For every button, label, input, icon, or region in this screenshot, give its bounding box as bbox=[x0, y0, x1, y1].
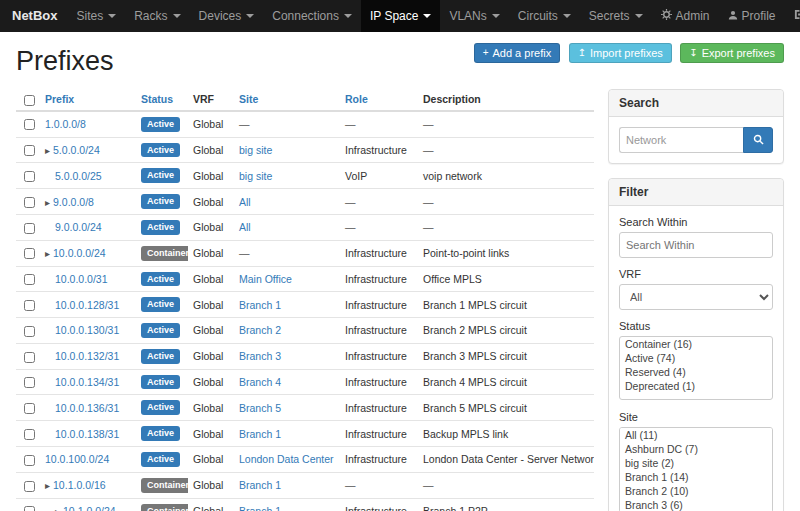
row-checkbox[interactable] bbox=[24, 481, 35, 492]
add-prefix-button[interactable]: + Add a prefix bbox=[474, 43, 561, 63]
export-prefixes-button[interactable]: ↧ Export prefixes bbox=[680, 43, 784, 63]
row-checkbox[interactable] bbox=[24, 326, 35, 337]
site-link[interactable]: Branch 1 bbox=[239, 505, 281, 511]
filter-input-search-within[interactable] bbox=[619, 232, 773, 258]
action-buttons: + Add a prefix ↥ Import prefixes ↧ Expor… bbox=[470, 42, 784, 63]
row-checkbox[interactable] bbox=[24, 377, 35, 388]
search-panel: Search bbox=[608, 89, 784, 164]
table-row: 10.0.0.138/31ActiveGlobalBranch 1Infrast… bbox=[16, 421, 594, 447]
status-badge: Active bbox=[141, 194, 180, 209]
site-link[interactable]: Branch 4 bbox=[239, 376, 281, 388]
prefix-link[interactable]: 10.0.0.0/24 bbox=[53, 247, 106, 259]
prefix-link[interactable]: 10.0.0.132/31 bbox=[55, 350, 119, 362]
column-header-status[interactable]: Status bbox=[136, 89, 188, 111]
nav-item-ip-space[interactable]: IP Space bbox=[361, 0, 440, 32]
nav-item-racks[interactable]: Racks bbox=[125, 0, 189, 32]
prefix-link[interactable]: 5.0.0.0/24 bbox=[53, 144, 100, 156]
row-checkbox[interactable] bbox=[24, 403, 35, 414]
prefix-link[interactable]: 10.0.0.134/31 bbox=[55, 376, 119, 388]
prefix-link[interactable]: 10.0.0.128/31 bbox=[55, 299, 119, 311]
status-badge: Active bbox=[141, 426, 180, 441]
column-header-site[interactable]: Site bbox=[234, 89, 340, 111]
table-row: 10.0.0.128/31ActiveGlobalBranch 1Infrast… bbox=[16, 292, 594, 318]
site-link[interactable]: Main Office bbox=[239, 273, 292, 285]
nav-item-vlans[interactable]: VLANs bbox=[440, 0, 508, 32]
site-cell: All bbox=[234, 189, 340, 215]
site-link[interactable]: big site bbox=[239, 170, 272, 182]
role-cell: Infrastructure bbox=[340, 447, 418, 473]
admin-link[interactable]: Admin bbox=[652, 0, 719, 32]
role-cell: — bbox=[340, 214, 418, 240]
site-link[interactable]: Branch 1 bbox=[239, 428, 281, 440]
site-link[interactable]: Branch 5 bbox=[239, 402, 281, 414]
row-checkbox[interactable] bbox=[24, 223, 35, 234]
site-link[interactable]: London Data Center bbox=[239, 453, 334, 465]
row-checkbox[interactable] bbox=[24, 119, 35, 130]
filter-panel-title: Filter bbox=[609, 179, 783, 206]
table-row: 10.0.0.134/31ActiveGlobalBranch 4Infrast… bbox=[16, 369, 594, 395]
site-link[interactable]: Branch 2 bbox=[239, 324, 281, 336]
row-checkbox[interactable] bbox=[24, 145, 35, 156]
site-cell: Branch 5 bbox=[234, 395, 340, 421]
prefix-link[interactable]: 10.1.0.0/24 bbox=[63, 505, 116, 511]
description-cell: Branch 1 P2P bbox=[418, 498, 594, 511]
app-brand[interactable]: NetBox bbox=[10, 0, 68, 32]
prefix-link[interactable]: 9.0.0.0/24 bbox=[55, 221, 102, 233]
prefix-link[interactable]: 10.0.0.0/31 bbox=[55, 273, 108, 285]
expand-caret-icon: ▸ bbox=[55, 506, 60, 511]
site-link[interactable]: Branch 3 bbox=[239, 350, 281, 362]
vrf-cell: Global bbox=[188, 369, 234, 395]
prefix-link[interactable]: 10.0.100.0/24 bbox=[45, 453, 109, 465]
site-link[interactable]: All bbox=[239, 196, 251, 208]
site-link[interactable]: Branch 1 bbox=[239, 299, 281, 311]
chevron-down-icon bbox=[563, 14, 571, 18]
column-header-prefix[interactable]: Prefix bbox=[40, 89, 136, 111]
row-checkbox[interactable] bbox=[24, 171, 35, 182]
nav-item-circuits[interactable]: Circuits bbox=[509, 0, 580, 32]
prefix-link[interactable]: 9.0.0.0/8 bbox=[53, 196, 94, 208]
nav-item-devices[interactable]: Devices bbox=[190, 0, 264, 32]
row-checkbox[interactable] bbox=[24, 300, 35, 311]
nav-item-secrets[interactable]: Secrets bbox=[580, 0, 652, 32]
prefix-link[interactable]: 10.1.0.0/16 bbox=[53, 479, 106, 491]
prefix-link[interactable]: 5.0.0.0/25 bbox=[55, 170, 102, 182]
site-link[interactable]: Branch 1 bbox=[239, 479, 281, 491]
row-checkbox[interactable] bbox=[24, 429, 35, 440]
row-checkbox[interactable] bbox=[24, 197, 35, 208]
gear-icon bbox=[661, 0, 672, 32]
admin-label: Admin bbox=[676, 0, 710, 32]
row-checkbox[interactable] bbox=[24, 352, 35, 363]
filter-multiselect-site[interactable]: All (11)Ashburn DC (7)big site (2)Branch… bbox=[619, 427, 773, 511]
nav-item-sites[interactable]: Sites bbox=[68, 0, 126, 32]
prefix-link[interactable]: 1.0.0.0/8 bbox=[45, 118, 86, 130]
sidebar: Search bbox=[608, 89, 784, 511]
prefix-link[interactable]: 10.0.0.136/31 bbox=[55, 402, 119, 414]
row-checkbox[interactable] bbox=[24, 274, 35, 285]
table-row: ▸10.0.0.0/24ContainerGlobal—Infrastructu… bbox=[16, 240, 594, 266]
row-checkbox[interactable] bbox=[24, 455, 35, 466]
select-all-checkbox[interactable] bbox=[24, 95, 35, 106]
description-cell: Point-to-point links bbox=[418, 240, 594, 266]
search-input[interactable] bbox=[619, 127, 743, 153]
nav-item-connections[interactable]: Connections bbox=[263, 0, 361, 32]
prefix-link[interactable]: 10.0.0.138/31 bbox=[55, 428, 119, 440]
column-header-role[interactable]: Role bbox=[340, 89, 418, 111]
search-button[interactable] bbox=[743, 127, 773, 153]
site-link[interactable]: big site bbox=[239, 144, 272, 156]
filter-select-vrf[interactable]: All bbox=[619, 284, 773, 310]
prefix-link[interactable]: 10.0.0.130/31 bbox=[55, 324, 119, 336]
row-checkbox[interactable] bbox=[24, 506, 35, 511]
site-cell: big site bbox=[234, 163, 340, 189]
row-checkbox[interactable] bbox=[24, 248, 35, 259]
import-prefixes-button[interactable]: ↥ Import prefixes bbox=[569, 43, 672, 63]
site-cell: Branch 4 bbox=[234, 369, 340, 395]
search-icon bbox=[753, 133, 764, 148]
vrf-cell: Global bbox=[188, 137, 234, 163]
description-cell: — bbox=[418, 189, 594, 215]
filter-multiselect-status[interactable]: Container (16)Active (74)Reserved (4)Dep… bbox=[619, 336, 773, 400]
navbar-menu: SitesRacksDevicesConnectionsIP SpaceVLAN… bbox=[68, 0, 652, 32]
site-link[interactable]: All bbox=[239, 221, 251, 233]
prefix-table-body: 1.0.0.0/8ActiveGlobal———▸5.0.0.0/24Activ… bbox=[16, 111, 594, 511]
logout-link[interactable]: Log out bbox=[785, 0, 800, 32]
profile-link[interactable]: Profile bbox=[719, 0, 785, 32]
